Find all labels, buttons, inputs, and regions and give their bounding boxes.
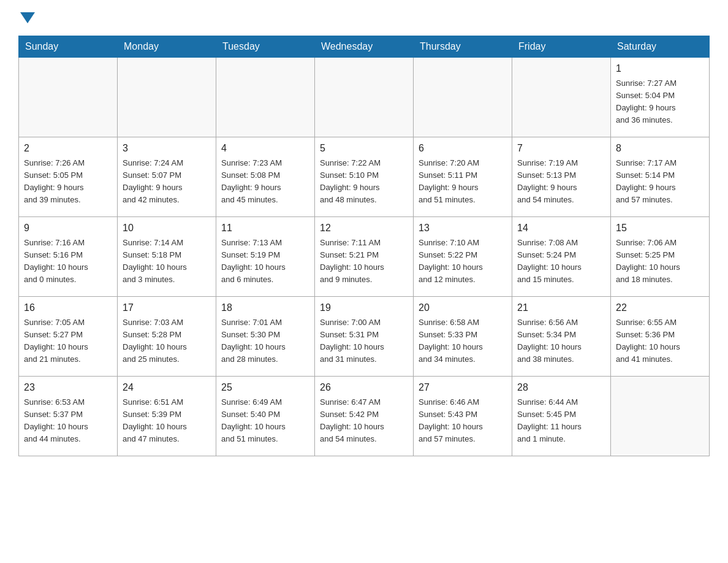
calendar-cell: 22Sunrise: 6:55 AMSunset: 5:36 PMDayligh… [611,297,710,377]
calendar-cell [611,377,710,456]
logo-arrow-icon [20,12,35,23]
calendar-header-monday: Monday [118,36,216,58]
calendar-cell: 21Sunrise: 6:56 AMSunset: 5:34 PMDayligh… [512,297,611,377]
day-info: Sunrise: 7:26 AMSunset: 5:05 PMDaylight:… [24,157,112,207]
calendar-cell [414,58,512,137]
day-number: 2 [24,141,112,156]
day-info: Sunrise: 7:23 AMSunset: 5:08 PMDaylight:… [221,157,309,207]
day-number: 5 [320,141,408,156]
calendar-header-friday: Friday [512,36,611,58]
day-info: Sunrise: 6:51 AMSunset: 5:39 PMDaylight:… [123,396,211,446]
day-number: 24 [123,380,211,395]
day-number: 6 [419,141,507,156]
day-info: Sunrise: 7:20 AMSunset: 5:11 PMDaylight:… [419,157,507,207]
day-info: Sunrise: 7:10 AMSunset: 5:22 PMDaylight:… [419,237,507,286]
calendar-cell: 11Sunrise: 7:13 AMSunset: 5:19 PMDayligh… [216,217,315,297]
day-info: Sunrise: 7:11 AMSunset: 5:21 PMDaylight:… [320,237,408,286]
day-number: 20 [419,301,507,315]
calendar-cell: 14Sunrise: 7:08 AMSunset: 5:24 PMDayligh… [512,217,611,297]
day-info: Sunrise: 6:55 AMSunset: 5:36 PMDaylight:… [616,316,704,366]
day-number: 12 [320,221,408,236]
day-info: Sunrise: 7:13 AMSunset: 5:19 PMDaylight:… [221,237,309,286]
calendar-cell: 9Sunrise: 7:16 AMSunset: 5:16 PMDaylight… [19,217,118,297]
day-info: Sunrise: 6:56 AMSunset: 5:34 PMDaylight:… [517,316,605,366]
calendar-cell [216,58,315,137]
calendar-cell: 28Sunrise: 6:44 AMSunset: 5:45 PMDayligh… [512,377,611,456]
day-number: 23 [24,380,112,395]
day-number: 17 [123,301,211,315]
calendar-cell: 3Sunrise: 7:24 AMSunset: 5:07 PMDaylight… [118,137,216,217]
day-info: Sunrise: 7:16 AMSunset: 5:16 PMDaylight:… [24,237,112,286]
calendar-week-row: 9Sunrise: 7:16 AMSunset: 5:16 PMDaylight… [19,217,710,297]
day-info: Sunrise: 7:14 AMSunset: 5:18 PMDaylight:… [123,237,211,286]
calendar-cell: 4Sunrise: 7:23 AMSunset: 5:08 PMDaylight… [216,137,315,217]
day-number: 16 [24,301,112,315]
day-info: Sunrise: 7:06 AMSunset: 5:25 PMDaylight:… [616,237,704,286]
day-info: Sunrise: 7:24 AMSunset: 5:07 PMDaylight:… [123,157,211,207]
calendar-cell: 10Sunrise: 7:14 AMSunset: 5:18 PMDayligh… [118,217,216,297]
day-number: 13 [419,221,507,236]
day-info: Sunrise: 7:00 AMSunset: 5:31 PMDaylight:… [320,316,408,366]
calendar-cell: 17Sunrise: 7:03 AMSunset: 5:28 PMDayligh… [118,297,216,377]
day-number: 7 [517,141,605,156]
day-number: 25 [221,380,309,395]
calendar-cell: 6Sunrise: 7:20 AMSunset: 5:11 PMDaylight… [414,137,512,217]
calendar-cell: 1Sunrise: 7:27 AMSunset: 5:04 PMDaylight… [611,58,710,137]
day-info: Sunrise: 7:03 AMSunset: 5:28 PMDaylight:… [123,316,211,366]
day-info: Sunrise: 7:17 AMSunset: 5:14 PMDaylight:… [616,157,704,207]
day-info: Sunrise: 7:22 AMSunset: 5:10 PMDaylight:… [320,157,408,207]
calendar-cell: 26Sunrise: 6:47 AMSunset: 5:42 PMDayligh… [315,377,414,456]
calendar-cell: 27Sunrise: 6:46 AMSunset: 5:43 PMDayligh… [414,377,512,456]
calendar-header-sunday: Sunday [19,36,118,58]
calendar-cell: 18Sunrise: 7:01 AMSunset: 5:30 PMDayligh… [216,297,315,377]
day-number: 1 [616,61,704,76]
day-number: 26 [320,380,408,395]
calendar-week-row: 1Sunrise: 7:27 AMSunset: 5:04 PMDaylight… [19,58,710,137]
calendar-cell: 25Sunrise: 6:49 AMSunset: 5:40 PMDayligh… [216,377,315,456]
day-number: 8 [616,141,704,156]
calendar-cell: 19Sunrise: 7:00 AMSunset: 5:31 PMDayligh… [315,297,414,377]
day-info: Sunrise: 6:49 AMSunset: 5:40 PMDaylight:… [221,396,309,446]
calendar-cell [315,58,414,137]
day-number: 18 [221,301,309,315]
calendar-cell: 8Sunrise: 7:17 AMSunset: 5:14 PMDaylight… [611,137,710,217]
calendar-cell: 20Sunrise: 6:58 AMSunset: 5:33 PMDayligh… [414,297,512,377]
day-info: Sunrise: 7:01 AMSunset: 5:30 PMDaylight:… [221,316,309,366]
day-number: 11 [221,221,309,236]
calendar-cell: 16Sunrise: 7:05 AMSunset: 5:27 PMDayligh… [19,297,118,377]
calendar-cell: 23Sunrise: 6:53 AMSunset: 5:37 PMDayligh… [19,377,118,456]
logo [18,12,35,23]
calendar-cell: 15Sunrise: 7:06 AMSunset: 5:25 PMDayligh… [611,217,710,297]
day-number: 9 [24,221,112,236]
day-info: Sunrise: 6:53 AMSunset: 5:37 PMDaylight:… [24,396,112,446]
calendar-header-tuesday: Tuesday [216,36,315,58]
calendar-week-row: 23Sunrise: 6:53 AMSunset: 5:37 PMDayligh… [19,377,710,456]
day-info: Sunrise: 6:47 AMSunset: 5:42 PMDaylight:… [320,396,408,446]
day-info: Sunrise: 6:46 AMSunset: 5:43 PMDaylight:… [419,396,507,446]
day-info: Sunrise: 7:27 AMSunset: 5:04 PMDaylight:… [616,77,704,127]
page-header [18,12,710,23]
calendar-cell: 12Sunrise: 7:11 AMSunset: 5:21 PMDayligh… [315,217,414,297]
day-number: 14 [517,221,605,236]
day-number: 15 [616,221,704,236]
day-number: 10 [123,221,211,236]
day-info: Sunrise: 7:08 AMSunset: 5:24 PMDaylight:… [517,237,605,286]
calendar-table: SundayMondayTuesdayWednesdayThursdayFrid… [18,36,710,456]
calendar-header-row: SundayMondayTuesdayWednesdayThursdayFrid… [19,36,710,58]
day-number: 4 [221,141,309,156]
day-number: 19 [320,301,408,315]
calendar-cell: 5Sunrise: 7:22 AMSunset: 5:10 PMDaylight… [315,137,414,217]
day-number: 3 [123,141,211,156]
day-number: 28 [517,380,605,395]
calendar-week-row: 16Sunrise: 7:05 AMSunset: 5:27 PMDayligh… [19,297,710,377]
day-number: 22 [616,301,704,315]
calendar-header-wednesday: Wednesday [315,36,414,58]
day-info: Sunrise: 7:05 AMSunset: 5:27 PMDaylight:… [24,316,112,366]
calendar-header-thursday: Thursday [414,36,512,58]
day-info: Sunrise: 7:19 AMSunset: 5:13 PMDaylight:… [517,157,605,207]
calendar-cell: 13Sunrise: 7:10 AMSunset: 5:22 PMDayligh… [414,217,512,297]
calendar-cell [512,58,611,137]
day-info: Sunrise: 6:44 AMSunset: 5:45 PMDaylight:… [517,396,605,446]
calendar-week-row: 2Sunrise: 7:26 AMSunset: 5:05 PMDaylight… [19,137,710,217]
calendar-cell [19,58,118,137]
